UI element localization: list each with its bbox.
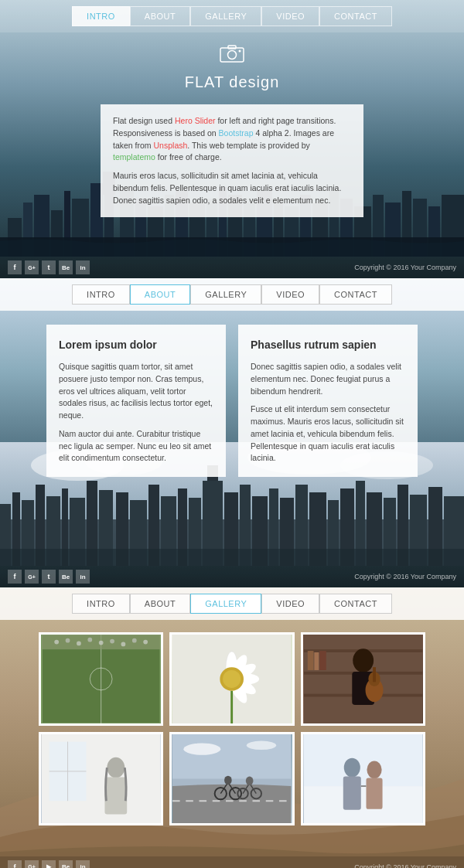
nav3-item-intro[interactable]: INTRO bbox=[72, 594, 130, 614]
svg-point-124 bbox=[107, 757, 125, 778]
copyright-about: Copyright © 2016 Your Company bbox=[354, 573, 456, 580]
svg-point-136 bbox=[246, 777, 254, 785]
about-col2-p2: Fusce ut elit interdum sem consectetur m… bbox=[251, 403, 405, 465]
about-behance-icon[interactable]: Be bbox=[59, 570, 73, 584]
svg-rect-139 bbox=[304, 786, 422, 823]
nav1-item-contact[interactable]: CONTACT bbox=[319, 6, 392, 26]
gallery-youtube-icon[interactable]: ▶ bbox=[42, 860, 56, 868]
social-icons-about: f G+ t Be in bbox=[8, 570, 90, 584]
linkedin-icon[interactable]: in bbox=[76, 260, 90, 274]
svg-point-140 bbox=[343, 758, 360, 778]
about-col2-title: Phasellus rutrum sapien bbox=[251, 337, 405, 353]
nav1-item-gallery[interactable]: GALLERY bbox=[190, 6, 261, 26]
nav3-item-contact[interactable]: CONTACT bbox=[319, 594, 392, 614]
svg-rect-114 bbox=[319, 651, 326, 670]
copyright-intro: Copyright © 2016 Your Company bbox=[354, 264, 456, 271]
svg-rect-81 bbox=[0, 549, 464, 566]
svg-point-92 bbox=[99, 641, 104, 645]
intro-paragraph1: Flat design used Hero Slider for left an… bbox=[113, 115, 351, 164]
svg-rect-143 bbox=[366, 778, 382, 809]
gallery-item-2[interactable] bbox=[169, 632, 294, 726]
about-twitter-icon[interactable]: t bbox=[42, 570, 56, 584]
svg-point-90 bbox=[77, 642, 81, 646]
svg-point-93 bbox=[110, 639, 114, 644]
intro-paragraph2: Mauris eros lacus, sollicitudin sit amet… bbox=[113, 170, 351, 206]
about-content: Lorem ipsum dolor Quisque sagittis quam … bbox=[46, 325, 418, 477]
svg-rect-38 bbox=[228, 46, 236, 49]
svg-point-105 bbox=[223, 670, 241, 688]
flat-design-title: FLAT design bbox=[185, 73, 280, 91]
svg-point-39 bbox=[239, 50, 241, 53]
nav2-item-video[interactable]: VIDEO bbox=[261, 284, 319, 305]
gallery-nav: INTRO ABOUT GALLERY VIDEO CONTACT bbox=[0, 587, 464, 620]
nav3-item-gallery[interactable]: GALLERY bbox=[190, 594, 261, 614]
nav2-item-intro[interactable]: INTRO bbox=[72, 284, 130, 305]
svg-point-133 bbox=[224, 776, 232, 785]
nav2-item-gallery[interactable]: GALLERY bbox=[190, 284, 261, 305]
section-gallery-outer: INTRO ABOUT GALLERY VIDEO CONTACT bbox=[0, 587, 464, 868]
gallery-linkedin-icon[interactable]: in bbox=[76, 860, 90, 868]
behance-icon[interactable]: Be bbox=[59, 260, 73, 274]
gallery-grid bbox=[39, 632, 425, 825]
svg-point-88 bbox=[54, 640, 59, 645]
about-card-1: Lorem ipsum dolor Quisque sagittis quam … bbox=[46, 325, 226, 477]
gallery-footer: f G+ ▶ Be in Copyright © 2016 Your Compa… bbox=[0, 856, 464, 868]
camera-icon bbox=[220, 43, 244, 68]
gallery-behance-icon[interactable]: Be bbox=[59, 860, 73, 868]
section-intro: INTRO ABOUT GALLERY VIDEO CONTACT FLAT d… bbox=[0, 0, 464, 278]
svg-point-96 bbox=[143, 640, 148, 645]
facebook-icon[interactable]: f bbox=[8, 260, 22, 274]
nav2-item-about[interactable]: ABOUT bbox=[130, 284, 190, 305]
gallery-facebook-icon[interactable]: f bbox=[8, 860, 22, 868]
about-footer: f G+ t Be in Copyright © 2016 Your Compa… bbox=[0, 566, 464, 587]
nav3-item-about[interactable]: ABOUT bbox=[130, 594, 190, 614]
svg-rect-141 bbox=[343, 777, 360, 810]
nav1-item-intro[interactable]: INTRO bbox=[72, 6, 130, 26]
social-icons-intro: f G+ t Be in bbox=[8, 260, 90, 274]
about-card-2: Phasellus rutrum sapien Donec sagittis s… bbox=[238, 325, 418, 477]
svg-point-37 bbox=[228, 51, 237, 60]
svg-rect-125 bbox=[104, 778, 127, 815]
gallery-item-1[interactable] bbox=[39, 632, 163, 726]
about-nav: INTRO ABOUT GALLERY VIDEO CONTACT bbox=[0, 278, 464, 311]
about-googleplus-icon[interactable]: G+ bbox=[25, 570, 39, 584]
about-col1-p1: Quisque sagittis quam tortor, sit amet p… bbox=[59, 361, 213, 422]
svg-rect-119 bbox=[373, 667, 376, 682]
about-linkedin-icon[interactable]: in bbox=[76, 570, 90, 584]
copyright-gallery: Copyright © 2016 Your Company bbox=[354, 863, 456, 868]
svg-point-129 bbox=[247, 741, 276, 750]
gallery-item-3[interactable] bbox=[301, 632, 425, 726]
gallery-item-5[interactable] bbox=[169, 732, 294, 825]
svg-point-142 bbox=[367, 761, 381, 778]
svg-point-91 bbox=[87, 638, 92, 642]
svg-rect-112 bbox=[307, 651, 313, 670]
svg-point-115 bbox=[353, 648, 374, 672]
gallery-grid-wrap bbox=[0, 620, 464, 856]
svg-point-128 bbox=[184, 743, 221, 754]
svg-point-89 bbox=[66, 638, 70, 643]
svg-point-95 bbox=[132, 638, 137, 643]
googleplus-icon[interactable]: G+ bbox=[25, 260, 39, 274]
twitter-icon[interactable]: t bbox=[42, 260, 56, 274]
social-icons-gallery: f G+ ▶ Be in bbox=[8, 860, 90, 868]
intro-footer: f G+ t Be in Copyright © 2016 Your Compa… bbox=[0, 257, 464, 278]
intro-nav: INTRO ABOUT GALLERY VIDEO CONTACT bbox=[0, 0, 464, 32]
svg-rect-127 bbox=[172, 734, 291, 778]
nav1-item-video[interactable]: VIDEO bbox=[261, 6, 319, 26]
gallery-item-4[interactable] bbox=[39, 732, 163, 825]
about-col1-p2: Nam auctor dui ante. Curabitur tristique… bbox=[59, 428, 213, 465]
about-col2-p1: Donec sagittis sapien odio, a sodales ve… bbox=[251, 361, 405, 397]
about-col1-title: Lorem ipsum dolor bbox=[59, 337, 213, 353]
nav3-item-video[interactable]: VIDEO bbox=[261, 594, 319, 614]
intro-text-box: Flat design used Hero Slider for left an… bbox=[101, 104, 363, 217]
nav2-item-contact[interactable]: CONTACT bbox=[319, 284, 392, 305]
about-facebook-icon[interactable]: f bbox=[8, 570, 22, 584]
section-about: INTRO ABOUT GALLERY VIDEO CONTACT Lorem … bbox=[0, 278, 464, 587]
svg-rect-138 bbox=[304, 734, 422, 786]
gallery-googleplus-icon[interactable]: G+ bbox=[25, 860, 39, 868]
svg-point-94 bbox=[121, 642, 126, 647]
nav1-item-about[interactable]: ABOUT bbox=[130, 6, 190, 26]
svg-rect-113 bbox=[314, 652, 319, 670]
gallery-item-6[interactable] bbox=[301, 732, 425, 825]
